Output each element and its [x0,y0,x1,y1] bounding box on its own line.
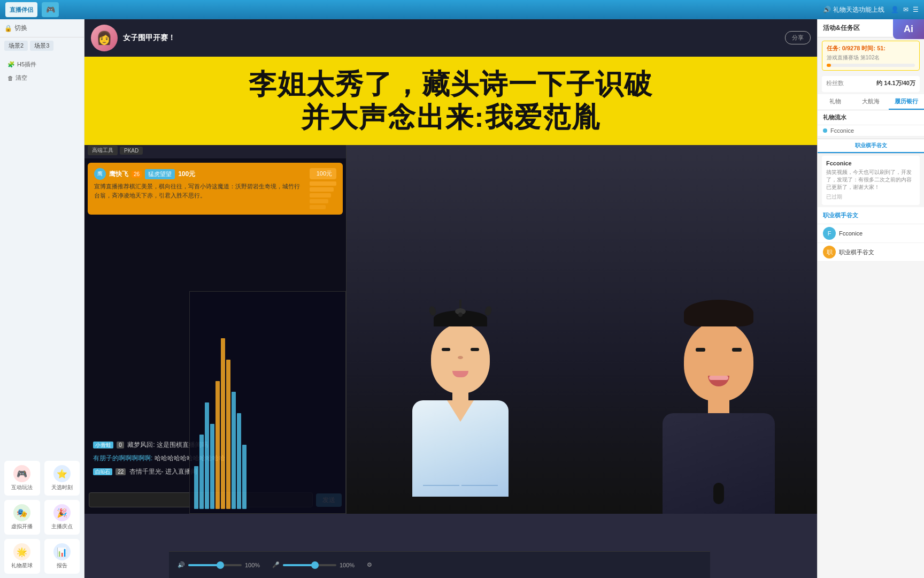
sidebar-interactive-play[interactable]: 🎮 互动玩法 [4,461,40,496]
neck [452,392,468,403]
settings-icon: ⚙ [367,561,372,568]
fans-row: 粉丝数 约 14.1万/40万 [826,79,915,87]
interactive-icon: 🎮 [13,465,30,482]
celebration-icon: 🎉 [53,504,71,521]
gift-flow-item-1: Fcconice [818,125,924,136]
gift-planet-label: 礼物星球 [11,562,33,569]
banner-line2: 并大声念出来:我爱范胤 [101,101,801,134]
audio-control-bar: 🔊 100% 🎤 100% ⚙ [169,551,710,578]
streamer-avatar: 👩 [91,25,118,51]
stream-header: 👩 女子围甲开赛！ 分享 [84,19,817,57]
webcam-area [346,142,817,514]
volume-icon: 🔊 [178,561,185,568]
sidebar-virtual-broadcast[interactable]: 🎭 虚拟开播 [4,500,40,535]
user-avatar-2: 职 [823,246,836,258]
person-hanfu [394,310,527,514]
hanfu-body [412,400,509,497]
scene-tab-3[interactable]: 场景3 [30,41,53,51]
person2-hair [684,300,753,326]
mic-icon: 🎤 [272,561,280,568]
sidebar-lucky-moment[interactable]: ⭐ 天选时刻 [44,461,80,496]
user-avatar-1: F [823,227,836,240]
tab-history[interactable]: 履历银行 [889,94,924,110]
tool-btn-1[interactable]: 高端工具 [88,146,118,155]
tab-航海[interactable]: 大航海 [853,94,888,110]
tab-gifts[interactable]: 礼物 [818,94,853,110]
right-panel-tabs: 礼物 大航海 履历银行 [818,94,924,110]
stream-header-actions: 分享 [785,31,811,44]
virtual-label: 虚拟开播 [11,523,33,530]
sidebar-switch[interactable]: 🔒 切换 [0,19,84,37]
right-nav-tabs: 职业棋手谷文 [818,139,924,154]
hanfu-face [431,324,490,393]
activities-label: 活动&任务区 [823,24,860,32]
gift-text: 礼物天选功能上线 [833,5,884,14]
menu-icon[interactable]: ☰ [913,6,919,13]
settings-control[interactable]: ⚙ [367,561,372,568]
volume-slider-thumb[interactable] [217,561,224,569]
volume-control: 🔊 100% [178,561,264,568]
sidebar-celebration[interactable]: 🎉 主播庆点 [44,500,80,535]
user-icon[interactable]: 👤 [891,6,899,13]
gift-name: 猛虎望望 [145,169,175,179]
user-level-1: 0 [117,442,124,448]
right-panel: 活动&任务区 任务: 0/9278 时间: 51: 游戏直播赛场 第102名 粉… [817,19,924,578]
sidebar-gift-planet[interactable]: 🌟 礼物星球 [4,539,40,574]
tool-btn-2[interactable]: PKAD [120,147,143,155]
lucky-label: 天选时刻 [51,484,73,491]
banner-line1: 李姐太秀了，藏头诗一下子识破 [101,67,801,101]
fans-value: 约 14.1万/40万 [876,79,915,87]
sidebar-report[interactable]: 📊 报告 [44,539,80,574]
fcconice-status: 已过期 [826,193,915,201]
app-logo: 直播伴侣 [5,2,37,17]
gift-flow-label: 礼物流水 [823,114,846,120]
gift-username: 鹰快飞 [109,170,128,179]
microphone [713,483,724,504]
gift-box: 鹰 鹰快飞 26 猛虎望望 100元 宣博直播推荐棋汇美景，棋向往往，写首小诗这… [88,163,343,215]
mic-slider-track[interactable] [283,564,336,566]
sidebar-item-clear[interactable]: 🗑 清空 [4,72,80,84]
sidebar-item-h5[interactable]: 🧩 H5插件 [4,58,80,71]
lucky-icon: ⭐ [53,465,71,482]
screen-content: 高端工具 PKAD 鹰 鹰快飞 26 猛虎望望 [84,142,817,514]
scene-tab-2[interactable]: 场景2 [4,41,28,51]
virtual-icon: 🎭 [13,504,30,521]
h5-label: H5插件 [17,60,36,69]
hair-ornament [455,300,466,317]
username-2: 有朋子的啊啊啊啊啊: [93,454,152,462]
mail-icon[interactable]: ✉ [903,6,908,13]
gift-flow-name-1: Fcconice [830,127,854,134]
person2-eye-left [696,348,705,352]
gift-user-avatar: 鹰 [94,168,106,180]
app-icon[interactable]: 🎮 [42,2,59,17]
fcconice-desc: 搞笑视频，今天也可以刷到了，开发了，发现了：有很多二次之前的内容已更新了，谢谢大… [826,169,915,191]
share-button[interactable]: 分享 [785,31,811,44]
volume-slider-track[interactable] [188,564,242,566]
gift-header: 鹰 鹰快飞 26 猛虎望望 100元 [94,168,305,180]
gift-price: 100元 [178,170,195,179]
eye-left [442,348,450,351]
ai-badge[interactable]: Ai [893,19,924,39]
webcam-feed [346,142,817,514]
user-name-2: 职业棋手谷文 [839,248,919,256]
mic-slider-fill [283,564,315,566]
mic-percent: 100% [340,562,358,568]
pro-label: 职业棋手谷文 [823,212,858,218]
scene-tabs: 场景2 场景3 [0,37,84,54]
yellow-banner: 李姐太秀了，藏头诗一下子识破 并大声念出来:我爱范胤 [84,57,817,145]
celebration-label: 主播庆点 [51,523,73,530]
gift-flow-section: 礼物流水 [818,110,924,125]
task-sub: 游戏直播赛场 第102名 [827,54,915,62]
mic-slider-thumb[interactable] [311,561,319,569]
user-level-3: 22 [116,468,126,475]
task-header: 任务: 0/9278 时间: 51: [827,44,915,52]
stream-left-panel: 高端工具 PKAD 鹰 鹰快飞 26 猛虎望望 [84,142,346,514]
video-area: 李姐太秀了，藏头诗一下子识破 并大声念出来:我爱范胤 高端工具 PKAD [84,57,817,514]
left-sidebar: 🔒 切换 场景2 场景3 🧩 H5插件 🗑 清空 🎮 互动玩法 ⭐ 天选时刻 🎭… [0,19,84,578]
gift-flow-dot-1 [823,128,827,133]
nav-tab-pro[interactable]: 职业棋手谷文 [818,139,924,153]
eye-right [471,348,479,351]
person2-eye-right [732,348,742,352]
mini-bars [310,181,336,209]
user-name-1: Fcconice [839,230,919,237]
